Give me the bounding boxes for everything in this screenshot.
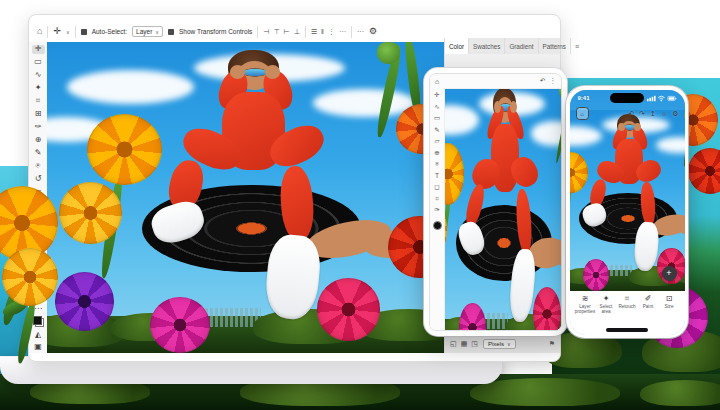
- action-paint[interactable]: ✐Paint: [638, 295, 659, 315]
- settings-icon[interactable]: ⚙: [672, 110, 678, 118]
- cloud: [570, 126, 603, 146]
- bush: [470, 378, 620, 406]
- auto-select-label: Auto-Select:: [92, 28, 127, 35]
- divider: [75, 26, 76, 38]
- action-select-area[interactable]: ✦Select area: [596, 295, 617, 315]
- align-horizontal-centers-icon[interactable]: ⊤: [273, 28, 279, 36]
- crop-tool-icon[interactable]: ⌗: [435, 196, 439, 203]
- chevron-down-icon: ∨: [155, 29, 159, 35]
- show-transform-checkbox[interactable]: [168, 29, 174, 35]
- chevron-down-icon[interactable]: ∨: [66, 29, 70, 35]
- healing-tool-icon[interactable]: ⊕: [434, 150, 439, 157]
- align-right-edges-icon[interactable]: ⊢: [284, 28, 290, 36]
- tab-color[interactable]: Color: [445, 38, 469, 54]
- home-icon[interactable]: ⌂: [576, 107, 589, 120]
- tablet-tools-rail: ✛∿▭✎▱⊕⍟T◻⌗✑: [430, 88, 445, 330]
- more-options-icon[interactable]: ···: [357, 28, 364, 35]
- type-tool-icon[interactable]: T: [435, 173, 439, 180]
- frame-tool-icon[interactable]: ⊞: [32, 110, 45, 119]
- magenta-flower: [150, 297, 210, 353]
- add-layer-button[interactable]: +: [662, 266, 677, 281]
- gear-icon[interactable]: ⚙: [369, 27, 377, 36]
- align-icon-group: ⊣⊤⊢⊥: [263, 28, 299, 36]
- distribute-horizontal-icon[interactable]: ‖: [321, 28, 324, 36]
- cloud: [67, 70, 194, 104]
- cloud: [444, 105, 479, 135]
- tablet-canvas[interactable]: [444, 88, 561, 330]
- tab-patterns[interactable]: Patterns: [539, 38, 571, 54]
- brush-tool-icon[interactable]: ✎: [434, 127, 439, 134]
- layout-icon[interactable]: ◱: [450, 340, 457, 348]
- eyedropper-tool-icon[interactable]: ✑: [32, 123, 45, 132]
- undo-icon[interactable]: ↶: [628, 110, 634, 118]
- magenta-flower: [459, 303, 485, 330]
- layer-dropdown-value: Layer: [136, 28, 152, 35]
- shape-tool-icon[interactable]: ◻: [434, 184, 439, 191]
- action-layer-properties[interactable]: ≋Layer properties: [575, 295, 596, 315]
- distribute-left-icon[interactable]: ⋮: [328, 28, 335, 36]
- redo-icon[interactable]: ↷: [639, 110, 645, 118]
- units-dropdown[interactable]: Pixels ∨: [483, 339, 516, 349]
- learn-icon[interactable]: ☼: [661, 110, 667, 118]
- clone-stamp-tool-icon[interactable]: ⍟: [32, 162, 45, 171]
- paint-icon: ✐: [645, 295, 652, 303]
- distribute-vertical-icon[interactable]: ☰: [311, 28, 317, 36]
- quick-mask-icon[interactable]: ◭: [35, 330, 41, 339]
- size-icon: ⊡: [666, 295, 673, 303]
- sneaker: [633, 221, 660, 272]
- retouch-label: Retouch: [618, 304, 635, 309]
- lasso-tool-icon[interactable]: ∿: [434, 104, 439, 111]
- collage-artwork: [444, 88, 561, 330]
- object-selection-tool-icon[interactable]: ✦: [32, 84, 45, 93]
- divider: [305, 26, 306, 38]
- tab-gradient[interactable]: Gradient: [505, 38, 538, 54]
- crop-tool-icon[interactable]: ⌗: [32, 97, 45, 106]
- auto-select-checkbox[interactable]: [81, 29, 87, 35]
- layer-dropdown[interactable]: Layer ∨: [132, 26, 163, 37]
- overflow-menu-icon[interactable]: ⋮: [550, 77, 557, 85]
- healing-brush-tool-icon[interactable]: ⊕: [32, 136, 45, 145]
- snapping-icon[interactable]: ◳: [471, 340, 478, 348]
- flower-stem: [570, 186, 573, 248]
- eyedropper-tool-icon[interactable]: ✑: [434, 207, 439, 214]
- phone-toolbar: ⌂ ↶↷↥☼⚙: [570, 107, 685, 121]
- action-size[interactable]: ⊡Size: [659, 295, 680, 315]
- export-icon[interactable]: ↥: [650, 110, 656, 118]
- brush-tool-icon[interactable]: ✎: [32, 149, 45, 158]
- desktop-canvas[interactable]: [47, 42, 444, 353]
- history-brush-tool-icon[interactable]: ↺: [32, 175, 45, 184]
- panel-menu-icon[interactable]: ≡: [571, 38, 583, 54]
- align-top-edges-icon[interactable]: ⊥: [294, 28, 300, 36]
- show-transform-label: Show Transform Controls: [179, 28, 252, 35]
- home-icon[interactable]: ⌂: [435, 78, 439, 85]
- eraser-tool-icon[interactable]: ▱: [435, 138, 440, 145]
- panel-status-strip: ◱▦◳ Pixels ∨ ⚑: [444, 334, 560, 353]
- home-indicator[interactable]: [606, 328, 648, 332]
- marquee-tool-icon[interactable]: ▭: [434, 115, 440, 122]
- grid-icon[interactable]: ▦: [461, 340, 468, 348]
- paint-label: Paint: [643, 304, 653, 309]
- action-retouch[interactable]: ⌗Retouch: [617, 295, 638, 315]
- screen-mode-icon[interactable]: ▣: [34, 342, 42, 351]
- layer-properties-label: Layer properties: [575, 304, 596, 315]
- foreground-background-swatches[interactable]: [33, 316, 44, 327]
- lasso-tool-icon[interactable]: ∿: [32, 71, 45, 80]
- home-icon[interactable]: ⌂: [37, 27, 42, 36]
- align-left-edges-icon[interactable]: ⊣: [263, 28, 269, 36]
- tablet-color-swatch[interactable]: [433, 221, 442, 230]
- tablet-screen: ⌂ ↶ ⋮ ✛∿▭✎▱⊕⍟T◻⌗✑: [429, 73, 562, 331]
- distribute-top-icon[interactable]: ⋯: [339, 28, 346, 36]
- select-area-icon: ✦: [603, 295, 610, 303]
- clone-stamp-tool-icon[interactable]: ⍟: [435, 161, 439, 168]
- status-icons: [647, 94, 677, 102]
- photoshop-tablet-device: ⌂ ↶ ⋮ ✛∿▭✎▱⊕⍟T◻⌗✑: [424, 68, 567, 336]
- marquee-tool-icon[interactable]: ▭: [32, 58, 45, 67]
- move-tool-icon[interactable]: ✛: [32, 45, 45, 54]
- flag-icon[interactable]: ⚑: [549, 340, 555, 348]
- yellow-flower: [87, 114, 162, 186]
- cloud: [531, 121, 561, 145]
- move-tool-icon[interactable]: ✛: [434, 92, 439, 99]
- move-tool-icon[interactable]: ✛: [53, 27, 61, 36]
- undo-icon[interactable]: ↶: [540, 77, 545, 85]
- tab-swatches[interactable]: Swatches: [469, 38, 505, 54]
